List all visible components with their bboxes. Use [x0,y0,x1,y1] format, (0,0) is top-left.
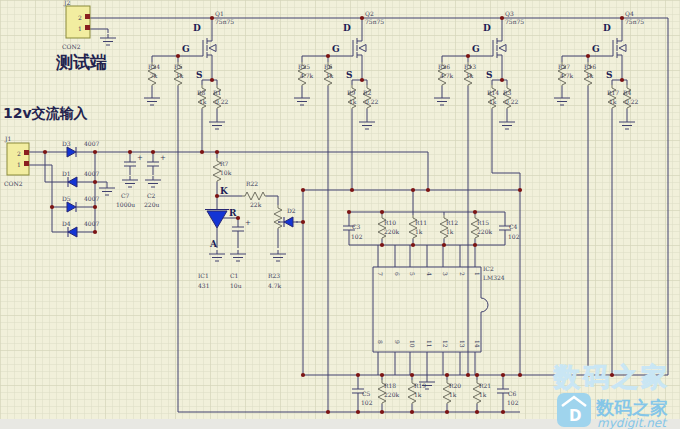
pin-number: 9 [394,340,401,344]
r23-value: 4.7k [268,282,282,289]
j2-pin2-label: 2 [78,14,82,21]
j1-type-label: CON2 [4,180,23,187]
r-value: 1k [609,98,617,105]
schematic-page: J2 2 1 CON2 测试端 12v交流输入 J1 2 1 CON2 D3 4… [0,0,680,429]
r-ref: R27 [558,63,570,70]
c5-ref: C5 [362,390,371,397]
r-value: 1k [326,72,334,79]
r-value: 1k [489,98,497,105]
pin-number: 3 [442,272,449,276]
d1-value: 4007 [84,170,99,177]
r7-value: 10k [220,169,232,176]
c4-value: 102 [508,233,520,240]
r-value: 1k [349,98,357,105]
r-value: 0.22 [505,98,519,105]
r-ref: R20 [449,382,461,389]
plus-sign: + [137,154,143,162]
pin-number: 4 [426,272,433,276]
c1-ref: C1 [230,272,238,279]
pin-number: 8 [377,340,384,344]
d3-value: 4007 [84,140,99,147]
watermark-site-text: mydigit.net [597,416,668,429]
r22-value: 22k [250,201,262,208]
test-terminal-label: 测试端 [55,52,107,72]
q3-ref: Q3 [505,10,514,17]
ac-input-label: 12v交流输入 [3,105,89,121]
c1-value: 10u [230,282,242,289]
r-ref: R10 [384,219,396,226]
d2-ref: D2 [287,207,296,214]
d4-value: 4007 [84,220,99,227]
r-value: 4.7k [300,72,314,79]
pin-number: 7 [377,272,384,276]
ic1-ref: IC1 [198,272,209,279]
r-value: 220k [477,228,492,235]
logo-letter: D [569,407,581,425]
j2-type-label: CON2 [62,43,81,50]
r-ref: R5 [174,63,183,70]
q4-part: 75n75 [625,18,644,25]
pin-number: 12 [442,340,449,348]
q1-part: 75n75 [215,18,234,25]
q4-drain-label: D [603,23,611,33]
plus-sign: + [160,154,166,162]
q1-drain-label: D [193,23,201,33]
r-value: 1k [446,228,454,235]
q4-source-label: S [606,70,613,80]
ic2-part: LM324 [483,274,505,281]
r-value: 1k [199,98,207,105]
q3-part: 75n75 [505,18,524,25]
r-ref: R21 [479,382,491,389]
c7-value: 1000u [116,201,135,208]
r-ref: R11 [415,219,427,226]
q1-source-label: S [196,70,203,80]
ic1-value: 431 [198,282,209,289]
q2-drain-label: D [343,23,351,33]
j2-ref-label: J2 [63,0,70,7]
r-value: 1k [415,228,423,235]
r-value: 1k [449,391,457,398]
c3-value: 102 [351,233,363,240]
r23-ref: R23 [268,272,280,279]
c7-ref: C7 [121,192,130,199]
j1-ref-label: J1 [4,135,11,143]
r-ref: R9 [347,89,356,96]
plus-sign: + [245,219,251,227]
d5-value: 4007 [84,195,99,202]
watermark-outline-text: 数码之家 [553,362,670,392]
j1-pin1-label: 1 [17,161,21,168]
q1-ref: Q1 [215,10,224,17]
c2-value: 220u [144,201,159,208]
r-value: 0.22 [625,98,639,105]
pin-number: 10 [409,340,416,348]
r-ref: R4 [623,89,632,96]
c4-ref: C4 [509,223,518,230]
r-ref: R3 [503,89,512,96]
c5-value: 102 [361,399,373,406]
pin-number: 1 [474,272,481,276]
schematic-canvas: J2 2 1 CON2 测试端 12v交流输入 J1 2 1 CON2 D3 4… [0,0,680,429]
j2-pin1-label: 1 [78,25,82,32]
r-ref: R14 [487,89,499,96]
pin-number: 5 [409,272,416,276]
pin-number: 6 [394,272,401,276]
r-ref: R26 [438,63,450,70]
r-value: 1k [176,72,184,79]
pin-number: 13 [459,340,466,348]
r-value: 1k [414,391,422,398]
r-pin-label: R [229,208,237,218]
r-value: 0.22 [365,98,379,105]
r-ref: R6 [324,63,333,70]
r-value: 0.22 [215,98,229,105]
d3-ref: D3 [62,140,71,147]
watermark-brand-text: 数码之家 [595,397,668,418]
c2-ref: C2 [147,192,156,199]
r-ref: R25 [298,63,310,70]
r-ref: R16 [584,63,596,70]
r7-ref: R7 [220,160,229,167]
r-ref: R17 [607,89,619,96]
c3-ref: C3 [352,223,361,230]
r-ref: R13 [464,63,476,70]
r-value: 4.7k [440,72,454,79]
d5-ref: D5 [62,195,71,202]
